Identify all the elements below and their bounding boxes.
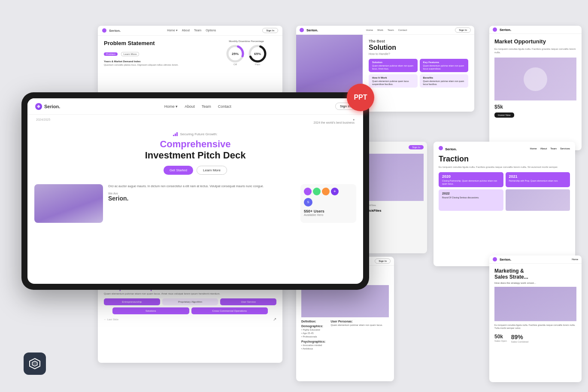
market-text: Eu torquent conubia ligula nulla. Facili… <box>494 47 576 55</box>
signin-mid-nav: Sign In <box>364 145 424 149</box>
ppt-badge: PPT <box>347 84 374 111</box>
solution-card-2: How It Work Quam elementum pulvinar quam… <box>369 74 418 88</box>
marketing-nav-logo: Serion. <box>493 257 511 261</box>
market-nav: Serion. <box>489 26 582 34</box>
marketing-stat1-label: Sales Open <box>494 340 507 342</box>
demographics-label: Demographics: <box>301 325 325 328</box>
avatar-3 <box>322 188 330 195</box>
ppt-label: PPT <box>354 94 367 101</box>
user-personas-text: Quam elementum pulvinar etiam non quam l… <box>330 324 382 327</box>
traction-nav-items: HomeAboutTeamServices <box>530 147 570 150</box>
main-device-screen: Serion. Home ▾ About Team Contact Sign I… <box>27 98 363 284</box>
problem-nav-items: Home ▾ About Team Options <box>167 29 216 32</box>
signin-mid-btn[interactable]: Sign In <box>409 145 424 149</box>
solution-nav-logo: Serion. <box>300 28 318 32</box>
target-img <box>301 285 389 317</box>
traction-grid: 2020 Closing Partnership. Quam elementum… <box>439 172 570 211</box>
problem-signin-btn[interactable]: Sign In <box>262 28 278 33</box>
problem-demand-title: Years & Market Demand Index <box>104 60 212 63</box>
avatar-2 <box>313 188 321 195</box>
traction-card-1: 2021 Partnership with Prop. Quam element… <box>506 172 570 187</box>
solution-card-3: Benefits Quam elementum pulvinar etiam n… <box>420 74 469 88</box>
problem-nav-logo: Serion. <box>102 28 121 33</box>
marketing-img <box>494 287 576 321</box>
signin-mid-img <box>364 154 424 201</box>
chart-title: Monthly Downtime Percentage <box>229 40 264 43</box>
target-signin-btn[interactable]: Sign In <box>375 258 391 264</box>
slide-marketing: Serion. Home Marketing &Sales Strate... … <box>489 255 582 382</box>
flow-box-1: Proprietary Algorithm <box>162 298 218 305</box>
device-menu: Home ▾ About Team Contact <box>164 104 231 109</box>
device-card-right: + S 550+ Users Available Hero <box>300 184 356 223</box>
solution-how-to: How to Handle? <box>369 52 468 55</box>
marketing-stat2-val: 89% <box>511 334 528 340</box>
flow-box-3: Solutions <box>112 307 189 314</box>
traction-description: Eu torquent conubia ligula nulla. Facili… <box>439 165 570 169</box>
device-hero: Securing Future Growth: Comprehensive In… <box>27 124 363 179</box>
signin-mid-label: QuickFiles <box>364 209 424 213</box>
main-device: Serion. Home ▾ About Team Contact Sign I… <box>21 92 369 290</box>
market-nav-logo: Serion. <box>493 27 511 32</box>
card-users-label: Available Hero <box>304 213 353 216</box>
device-people-img <box>34 184 103 223</box>
svg-marker-8 <box>32 361 37 366</box>
marketing-title: Marketing &Sales Strate... <box>494 268 576 280</box>
device-year-badge: ♦ 2024 the world's best business <box>313 118 355 124</box>
slide-problem-statement: Serion. Home ▾ About Team Options Sign I… <box>98 26 282 94</box>
definition-label: Definition: <box>301 320 325 323</box>
solution-signin-btn[interactable]: Sign In <box>455 27 471 33</box>
solution-nav: Serion. HomeWorkTeamContact Sign In <box>296 26 474 35</box>
traction-title: Traction <box>439 155 570 164</box>
user-personas-label: User Personas: <box>330 320 382 323</box>
hero-cta-primary[interactable]: Get Started <box>164 166 193 175</box>
device-logo-text: Serion. <box>44 104 60 109</box>
device-logo: Serion. <box>35 103 60 110</box>
marketing-nav: Serion. Home <box>489 255 582 264</box>
card-users-count: 550+ Users <box>304 209 353 213</box>
device-year-left: 2024/2025 <box>36 118 50 121</box>
slide-traction: Serion. HomeAboutTeamServices Traction E… <box>433 142 575 266</box>
hero-buttons: Get Started Learn More <box>38 166 353 175</box>
traction-nav-logo: Serion. <box>439 146 457 151</box>
solution-title: Solution <box>369 43 468 52</box>
psychographics-label: Psychographics: <box>301 340 325 343</box>
traction-card-2: 2022 Round Of Closing Serious discussion… <box>439 189 503 211</box>
logo-icon <box>35 103 42 110</box>
slide-market-opportunity: Serion. Market Opportunity Eu torquent c… <box>489 26 582 150</box>
svg-rect-5 <box>175 134 176 136</box>
market-img <box>494 58 576 100</box>
traction-card-img <box>506 189 570 211</box>
card-avatars: + <box>304 188 353 195</box>
market-title: Market Opportunity <box>494 38 576 45</box>
device-bottom-row: Orci ac auctor augue mauris. In dictum n… <box>27 181 363 226</box>
traction-nav: Serion. HomeAboutTeamServices <box>439 146 570 151</box>
hero-subtitle: Securing Future Growth: <box>38 132 353 136</box>
avatar-1 <box>304 188 312 195</box>
solution-nav-items: HomeWorkTeamContact <box>366 29 407 31</box>
device-body-text: Orci ac auctor augue mauris. In dictum n… <box>108 184 295 189</box>
card-logo-icon: S <box>304 198 312 207</box>
innovation-flowchart: Entrepreneurship Proprietary Algorithm U… <box>104 298 276 314</box>
marketing-text: Eu torquent conubia ligula nulla. Facili… <box>494 324 576 330</box>
innovation-desc: Quam elementum pulvinar etiam non quam l… <box>104 292 276 295</box>
demographics-text: • Highly Educated• Age 25-45• Profession… <box>301 328 325 338</box>
psychographics-text: • Innovation minded• Ambitious <box>301 344 325 350</box>
flow-box-2: User Service <box>220 298 276 305</box>
marketing-question: How does the strategy work smoot... <box>494 282 576 284</box>
flow-box-0: Entrepreneurship <box>104 298 160 305</box>
avatar-add[interactable]: + <box>331 188 339 195</box>
traction-card-0: 2020 Closing Partnership. Quam elementum… <box>439 172 503 187</box>
footer-brand-icon <box>24 352 46 375</box>
chart1-pct: 25% <box>232 52 239 56</box>
problem-demand-text: Quantum convallis platea risus. Dignissi… <box>104 64 212 67</box>
solution-card-0: Solution Quam elementum pulvinar etiam n… <box>369 59 418 72</box>
hero-cta-secondary[interactable]: Learn More <box>197 166 227 175</box>
slide-innovation: 2024/2025 Entrepreneurship and Innovatio… <box>98 277 282 363</box>
device-nav: Serion. Home ▾ About Team Contact Sign I… <box>27 98 363 115</box>
problem-title: Problem Statement <box>104 40 212 47</box>
svg-rect-6 <box>176 132 178 136</box>
market-stat: $5k <box>494 104 576 110</box>
marketing-nav-items: Home <box>572 258 578 261</box>
hero-title-black: Investment Pitch Deck <box>38 150 353 161</box>
svg-rect-4 <box>173 135 174 136</box>
